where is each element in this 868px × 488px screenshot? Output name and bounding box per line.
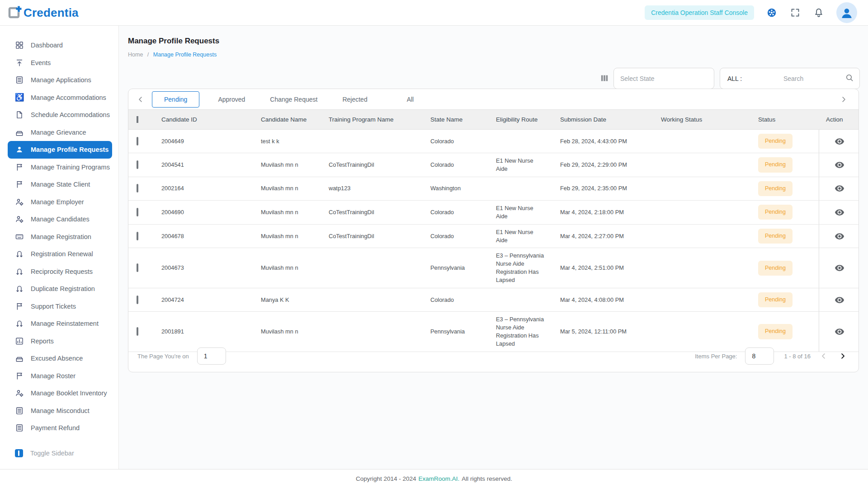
row-select-cell (128, 134, 154, 149)
file-icon (15, 110, 24, 119)
sidebar-item-manage-misconduct[interactable]: Manage Misconduct (8, 402, 112, 420)
sidebar-item-manage-grievance[interactable]: Manage Grievance (8, 124, 112, 141)
row-checkbox[interactable] (137, 137, 138, 145)
row-checkbox[interactable] (137, 232, 138, 240)
row-checkbox[interactable] (137, 184, 138, 192)
sidebar-item-manage-profile-requests[interactable]: Manage Profile Requests (8, 141, 112, 159)
tab-change-request[interactable]: Change Request (264, 92, 324, 107)
sidebar-item-manage-state-client[interactable]: Manage State Client (8, 176, 112, 193)
header-actions: Credentia Operation Staff Console (645, 2, 868, 23)
eligibility-route-cell: E1 New Nurse Aide (489, 153, 553, 177)
eligibility-route-cell (489, 296, 553, 304)
view-eye-icon[interactable] (835, 263, 844, 273)
working-status-cell (654, 138, 751, 145)
row-checkbox[interactable] (137, 327, 138, 336)
state-name-cell: Pennsylvania (423, 324, 489, 339)
uturn-icon (15, 284, 24, 293)
breadcrumb-separator: / (147, 52, 149, 58)
sidebar-item-label: Manage Employer (31, 198, 84, 206)
training-program-cell (321, 138, 423, 145)
breadcrumb-current-link[interactable]: Manage Profile Requests (153, 52, 217, 58)
search-input[interactable] (742, 75, 845, 82)
tab-pending[interactable]: Pending (152, 91, 199, 108)
brand-logo[interactable]: Credentia (0, 5, 79, 20)
view-eye-icon[interactable] (835, 231, 844, 241)
select-state-dropdown[interactable] (613, 68, 714, 89)
row-checkbox[interactable] (137, 160, 138, 169)
fullscreen-icon[interactable] (789, 7, 801, 19)
sidebar-item-dashboard[interactable]: Dashboard (8, 37, 112, 54)
select-all-checkbox[interactable] (137, 116, 138, 123)
working-status-cell (654, 328, 751, 335)
sidebar-item-events[interactable]: Events (8, 54, 112, 72)
requests-card: PendingApprovedChange RequestRejectedAll… (128, 89, 859, 372)
candidate-name-cell: Muvilash mn n (254, 229, 321, 244)
row-checkbox[interactable] (137, 208, 138, 216)
sidebar-item-manage-employer[interactable]: Manage Employer (8, 193, 112, 211)
sidebar-item-manage-training-programs[interactable]: Manage Training Programs (8, 159, 112, 176)
row-checkbox[interactable] (137, 296, 138, 304)
doc-icon (15, 75, 24, 84)
sidebar-item-manage-registration[interactable]: Manage Registration (8, 228, 112, 246)
sidebar-item-manage-roster[interactable]: Manage Roster (8, 367, 112, 385)
column-settings-icon[interactable] (599, 73, 609, 83)
sidebar-item-support-tickets[interactable]: Support Tickets (8, 298, 112, 315)
table-row: 2004649test k kColoradoFeb 28, 2024, 4:4… (128, 130, 859, 153)
sidebar-item-excused-absence[interactable]: Excused Absence (8, 350, 112, 367)
view-eye-icon[interactable] (835, 295, 844, 305)
sidebar-item-duplicate-registration[interactable]: Duplicate Registration (8, 280, 112, 298)
sidebar-item-reciprocity-requests[interactable]: Reciprocity Requests (8, 263, 112, 281)
sidebar-item-manage-reinstatement[interactable]: Manage Reinstatement (8, 315, 112, 333)
row-checkbox[interactable] (137, 263, 138, 272)
tab-rejected[interactable]: Rejected (336, 92, 373, 107)
sidebar-item-label: Manage Misconduct (31, 407, 90, 414)
training-program-cell: CoTestTrainingDil (321, 229, 423, 244)
sidebar-item-schedule-accommodations[interactable]: Schedule Accommodations (8, 106, 112, 124)
select-state-input[interactable] (614, 68, 714, 89)
sidebar-item-reports[interactable]: Reports (8, 333, 112, 350)
notifications-bell-icon[interactable] (813, 7, 825, 19)
eligibility-route-cell: E1 New Nurse Aide (489, 201, 553, 224)
sidebar-item-label: Manage State Client (31, 181, 90, 188)
training-program-cell (321, 264, 423, 272)
user-avatar[interactable] (836, 2, 857, 23)
view-eye-icon[interactable] (835, 160, 844, 170)
view-eye-icon[interactable] (835, 183, 844, 193)
items-per-page-input[interactable] (745, 347, 774, 365)
action-cell (819, 288, 859, 311)
sidebar-item-manage-accommodations[interactable]: ♿Manage Accommodations (8, 89, 112, 107)
tabs-scroll-right-icon[interactable] (839, 94, 849, 104)
tabs-scroll-left-icon[interactable] (136, 94, 146, 104)
examroom-link[interactable]: ExamRoom.AI. (419, 475, 460, 482)
row-select-cell (128, 260, 154, 276)
tab-approved[interactable]: Approved (212, 92, 251, 107)
sidebar-item-registration-renewal[interactable]: Registration Renewal (8, 245, 112, 263)
view-eye-icon[interactable] (835, 207, 844, 217)
row-select-cell (128, 205, 154, 220)
sidebar-item-manage-candidates[interactable]: Manage Candidates (8, 211, 112, 228)
eligibility-route-cell: E1 New Nurse Aide (489, 225, 553, 248)
view-eye-icon[interactable] (835, 136, 844, 146)
sidebar-item-manage-booklet-inventory[interactable]: Manage Booklet Inventory (8, 385, 112, 402)
main-content: Manage Profile Requests Home / Manage Pr… (119, 26, 868, 469)
tab-all[interactable]: All (401, 92, 420, 107)
page-number-input[interactable] (197, 347, 226, 365)
page-label: The Page You're on (137, 353, 189, 360)
sidebar-item-manage-applications[interactable]: Manage Applications (8, 71, 112, 89)
next-page-icon[interactable] (837, 350, 849, 362)
toggle-sidebar-button[interactable]: Toggle Sidebar (0, 449, 118, 457)
sidebar-item-payment-refund[interactable]: Payment Refund (8, 419, 112, 437)
working-status-cell (654, 233, 751, 240)
view-eye-icon[interactable] (835, 327, 844, 337)
globe-icon[interactable] (766, 7, 778, 19)
pagination-right: Items Per Page: 1 - 8 of 16 (695, 347, 849, 365)
training-program-cell (321, 296, 423, 304)
ballot-icon (15, 128, 24, 137)
search-scope-selector[interactable]: ALL : (726, 75, 742, 82)
search-icon[interactable] (845, 73, 854, 84)
pagination-range: 1 - 8 of 16 (784, 353, 811, 360)
table-body: 2004649test k kColoradoFeb 28, 2024, 4:4… (128, 130, 859, 352)
breadcrumb-home-link[interactable]: Home (128, 52, 143, 58)
toggle-sidebar-icon (15, 449, 23, 457)
previous-page-icon[interactable] (818, 350, 830, 362)
